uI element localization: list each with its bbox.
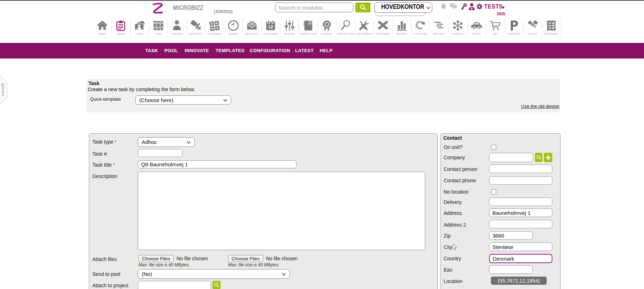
svg-text:$: $ [251,22,253,26]
svg-text:12: 12 [268,24,273,29]
